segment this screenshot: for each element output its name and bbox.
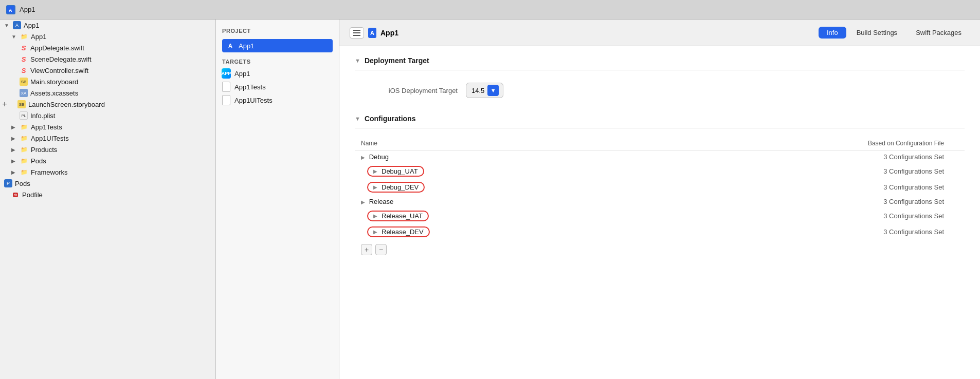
config-name-release-dev: ▶ Release_DEV [355, 224, 624, 240]
deployment-value: 14.5 [471, 87, 484, 94]
debug-uat-highlight: ▶ Debug_UAT [367, 166, 424, 177]
target-nav-label: App1UITests [234, 97, 273, 104]
target-app-icon: APP [222, 69, 230, 78]
targets-section-header: TARGETS [216, 53, 339, 67]
target-nav-app1uitests[interactable]: App1UITests [216, 93, 339, 107]
tab-bar: Info Build Settings Swift Packages [819, 27, 970, 39]
target-nav-label: App1Tests [234, 83, 266, 91]
content-header: A App1 Info Build Settings Swift Package… [339, 20, 980, 46]
svg-rect-2 [353, 30, 360, 31]
row-chevron-icon: ▶ [373, 213, 377, 219]
config-row-release-dev[interactable]: ▶ Release_DEV 3 Configurations Set [355, 224, 965, 240]
release-dev-highlight: ▶ Release_DEV [367, 226, 430, 237]
config-name-debug-dev: ▶ Debug_DEV [355, 179, 624, 195]
content-title: App1 [380, 29, 398, 37]
config-table-header-row: Name Based on Configuration File [355, 137, 965, 150]
config-name-debug-uat: ▶ Debug_UAT [355, 163, 624, 179]
config-row-release-uat[interactable]: ▶ Release_UAT 3 Configurations Set [355, 208, 965, 224]
sidebar-item-launchscreen[interactable]: SB LaunchScreen.storyboard [7, 99, 215, 110]
add-config-button[interactable]: + [361, 244, 372, 255]
target-empty-icon [222, 96, 230, 104]
frameworks-chevron: ▶ [11, 169, 17, 175]
sidebar-item-infoplist[interactable]: PL Info.plist [0, 110, 215, 121]
xcode-project-icon: P [4, 179, 12, 187]
content-area: A App1 Info Build Settings Swift Package… [339, 20, 980, 379]
row-chevron-icon: ▶ [373, 229, 377, 235]
sidebar-item-app1-group[interactable]: ▼ 📁 App1 [0, 31, 215, 42]
tab-swift-packages[interactable]: Swift Packages [908, 27, 970, 39]
config-value-debug: 3 Configurations Set [624, 150, 965, 164]
project-nav-app1[interactable]: A App1 [222, 39, 333, 52]
target-nav-app1[interactable]: APP App1 [216, 67, 339, 80]
sidebar-item-app1tests[interactable]: ▶ 📁 App1Tests [0, 121, 215, 132]
config-name-release: ▶ Release [355, 195, 624, 208]
config-value-release: 3 Configurations Set [624, 195, 965, 208]
section-chevron-icon: ▼ [355, 58, 360, 64]
sidebar-item-frameworks[interactable]: ▶ 📁 Frameworks [0, 166, 215, 178]
configurations-table: Name Based on Configuration File ▶ Debug… [355, 137, 965, 240]
sidebar-item-label: Main.storyboard [30, 78, 78, 86]
config-row-release[interactable]: ▶ Release 3 Configurations Set [355, 195, 965, 208]
project-icon: A [13, 21, 21, 29]
sidebar-item-label: App1 [31, 33, 46, 41]
rb-icon: rb [11, 191, 20, 199]
root-chevron: ▼ [4, 23, 10, 28]
sidebar-item-pods-group[interactable]: ▶ 📁 Pods [0, 155, 215, 166]
app1-group-chevron: ▼ [11, 34, 17, 40]
sidebar-root-label: App1 [24, 22, 39, 29]
plist-icon: PL [20, 111, 28, 120]
config-name-debug: ▶ Debug [355, 150, 624, 164]
target-empty-icon [222, 83, 230, 91]
sidebar-item-label: Info.plist [30, 112, 55, 120]
row-chevron-icon: ▶ [373, 168, 377, 174]
swift-icon: S [20, 66, 28, 74]
config-toolbar: + − [355, 240, 965, 259]
sidebar-item-label: Podfile [22, 191, 43, 199]
sidebar-item-assets[interactable]: XA Assets.xcassets [0, 87, 215, 99]
add-button-area[interactable]: + [0, 100, 7, 108]
sidebar-item-products[interactable]: ▶ 📁 Products [0, 144, 215, 155]
deployment-field-row: iOS Deployment Target 14.5 ▼ [355, 79, 965, 102]
remove-config-button[interactable]: − [375, 244, 387, 255]
xcassets-icon: XA [20, 89, 28, 97]
sidebar-item-label: Pods [15, 180, 30, 187]
sidebar-item-appdelegate[interactable]: S AppDelegate.swift [0, 42, 215, 53]
pods-group-chevron: ▶ [11, 158, 17, 164]
app1uitests-chevron: ▶ [11, 136, 17, 141]
config-row-debug-uat[interactable]: ▶ Debug_UAT 3 Configurations Set [355, 163, 965, 179]
titlebar-title: App1 [20, 6, 35, 13]
tab-build-settings[interactable]: Build Settings [848, 27, 906, 39]
sidebar-item-label: ViewController.swift [30, 67, 88, 74]
config-value-debug-dev: 3 Configurations Set [624, 179, 965, 195]
ios-deployment-dropdown[interactable]: 14.5 ▼ [466, 83, 503, 98]
file-tree-sidebar: ▼ A App1 ▼ 📁 App1 S AppDelegate.swift S … [0, 20, 216, 379]
sidebar-item-podfile[interactable]: rb Podfile [0, 189, 215, 200]
sidebar-item-main-storyboard[interactable]: SB Main.storyboard [0, 76, 215, 87]
folder-icon: 📁 [20, 32, 28, 41]
main-layout: ▼ A App1 ▼ 📁 App1 S AppDelegate.swift S … [0, 20, 980, 379]
sidebar-item-pods-blue[interactable]: P Pods [0, 178, 215, 189]
content-title-area: A App1 [350, 27, 815, 39]
folder-icon: 📁 [20, 157, 28, 165]
tab-info[interactable]: Info [819, 27, 846, 39]
sidebar-item-scenedelegate[interactable]: S SceneDelegate.swift [0, 53, 215, 65]
deployment-target-header: ▼ Deployment Target [355, 56, 965, 70]
sidebar-item-app1uitests[interactable]: ▶ 📁 App1UITests [0, 132, 215, 144]
deployment-value-area: 14.5 ▼ [466, 83, 503, 98]
sidebar-item-label: Frameworks [31, 168, 68, 176]
sidebar-root[interactable]: ▼ A App1 [0, 20, 215, 31]
config-name-release-uat: ▶ Release_UAT [355, 208, 624, 224]
swift-icon: S [20, 55, 28, 63]
content-main: ▼ Deployment Target iOS Deployment Targe… [339, 46, 980, 379]
section-title-configurations: Configurations [365, 115, 416, 123]
config-row-debug[interactable]: ▶ Debug 3 Configurations Set [355, 150, 965, 164]
row-chevron-icon: ▶ [373, 184, 377, 190]
config-row-debug-dev[interactable]: ▶ Debug_DEV 3 Configurations Set [355, 179, 965, 195]
sidebar-toggle-button[interactable] [350, 27, 364, 39]
target-nav-app1tests[interactable]: App1Tests [216, 80, 339, 93]
content-project-icon: A [368, 29, 376, 37]
sidebar-item-viewcontroller[interactable]: S ViewController.swift [0, 65, 215, 76]
app1tests-chevron: ▶ [11, 124, 17, 130]
folder-icon: 📁 [20, 134, 28, 142]
release-uat-highlight: ▶ Release_UAT [367, 211, 429, 221]
